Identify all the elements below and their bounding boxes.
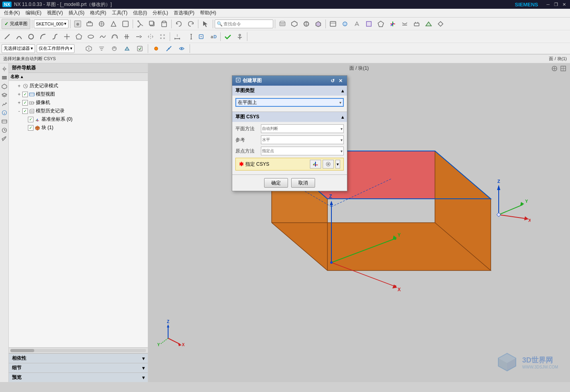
- tb-more-1[interactable]: [327, 19, 339, 29]
- viewport-icon-1[interactable]: [551, 65, 558, 72]
- panel-preview-header[interactable]: 预览 ▾: [9, 372, 148, 382]
- dialog-cancel-button[interactable]: 取消: [291, 178, 315, 188]
- tb-polygon[interactable]: [73, 31, 84, 42]
- tree-check-2[interactable]: ✓: [22, 92, 28, 97]
- filter-btn-4[interactable]: [121, 43, 133, 54]
- tree-check-6[interactable]: ✓: [28, 125, 33, 131]
- menu-view[interactable]: 视图(V): [45, 9, 65, 17]
- sidebar-icon-view[interactable]: [0, 118, 8, 125]
- sidebar-icon-layers[interactable]: [0, 91, 8, 99]
- tb-more-2[interactable]: i: [339, 19, 351, 29]
- tb-finish-toolbar[interactable]: [222, 31, 233, 42]
- viewport[interactable]: 面 / 块(1): [148, 63, 570, 382]
- panel-deps-header[interactable]: 相依性 ▾: [9, 353, 148, 363]
- tb-more-4[interactable]: [363, 19, 374, 29]
- tb-undo[interactable]: [173, 19, 184, 29]
- origin-select[interactable]: 指定点 ▾: [261, 147, 344, 155]
- dialog-confirm-button[interactable]: 确定: [264, 178, 288, 188]
- filter-btn-3[interactable]: [109, 43, 120, 54]
- tb-line[interactable]: [2, 31, 13, 42]
- close-button[interactable]: ✕: [560, 1, 568, 8]
- tb-point[interactable]: [61, 31, 72, 42]
- menu-edit[interactable]: 编辑(E): [23, 9, 44, 17]
- restore-button[interactable]: ❐: [552, 1, 560, 8]
- tb-btn-3[interactable]: [96, 19, 107, 29]
- menu-format[interactable]: 格式(R): [88, 9, 109, 17]
- sidebar-icon-clock[interactable]: [0, 126, 8, 134]
- finish-sketch-button[interactable]: ✓ 完成草图: [2, 19, 30, 29]
- panel-detail-header[interactable]: 细节 ▾: [9, 363, 148, 372]
- tb-paste[interactable]: [159, 19, 170, 29]
- menu-preferences[interactable]: 首选项(P): [171, 9, 197, 17]
- tb-more-5[interactable]: [375, 19, 386, 29]
- tb-redo[interactable]: [185, 19, 196, 29]
- tree-item-block[interactable]: ✓ 块 (1): [10, 123, 147, 132]
- tree-item-history-mode[interactable]: + 历史记录模式: [10, 82, 147, 90]
- sketch-type-select[interactable]: 在平面上 ▾: [235, 98, 344, 107]
- reference-select[interactable]: 水平 ▾: [261, 135, 344, 144]
- tb-dim-horiz[interactable]: [172, 31, 183, 42]
- tb-more-3[interactable]: [351, 19, 362, 29]
- tb-select[interactable]: [200, 19, 211, 29]
- menu-tools[interactable]: 工具(T): [110, 9, 130, 17]
- tb-render[interactable]: [313, 19, 324, 29]
- tb-more-6[interactable]: [387, 19, 398, 29]
- tb-auto-dim[interactable]: aD: [208, 31, 219, 42]
- sketch-name-dropdown[interactable]: SKETCH_000 ▾: [34, 20, 69, 28]
- minimize-button[interactable]: ─: [545, 1, 552, 8]
- tb-constraint[interactable]: [196, 31, 207, 42]
- tb-more-10[interactable]: [435, 19, 446, 29]
- tb-offset[interactable]: [109, 31, 120, 42]
- sidebar-icon-nav[interactable]: [0, 74, 8, 82]
- tb-trim[interactable]: [121, 31, 132, 42]
- tb-dim-vert[interactable]: [184, 31, 195, 42]
- sidebar-icon-assembly[interactable]: [0, 82, 8, 90]
- csys-btn-2[interactable]: [323, 160, 334, 169]
- menu-analysis[interactable]: 分析(L): [150, 9, 170, 17]
- filter-btn-5[interactable]: [134, 43, 145, 54]
- tree-check-3[interactable]: ✓: [22, 100, 28, 106]
- tb-fillet[interactable]: [49, 31, 61, 42]
- menu-insert[interactable]: 插入(S): [66, 9, 87, 17]
- tb-mirror[interactable]: [145, 31, 156, 42]
- sidebar-icon-tools[interactable]: [0, 135, 8, 143]
- filter-btn-snap-3[interactable]: [176, 43, 187, 54]
- tb-pattern[interactable]: [157, 31, 168, 42]
- search-input[interactable]: [223, 22, 271, 26]
- tree-item-camera[interactable]: + ✓ 摄像机: [10, 98, 147, 107]
- tree-item-model-views[interactable]: + ✓ 模型视图: [10, 90, 147, 98]
- sidebar-icon-analysis[interactable]: [0, 100, 8, 108]
- tb-layers[interactable]: [277, 19, 288, 29]
- tb-orient[interactable]: [301, 19, 312, 29]
- tb-more-8[interactable]: [411, 19, 422, 29]
- tb-more-7[interactable]: [399, 19, 410, 29]
- tb-spline[interactable]: [97, 31, 108, 42]
- viewport-icon-2[interactable]: [560, 65, 567, 72]
- menu-task[interactable]: 任务(K): [2, 9, 22, 17]
- tb-btn-1[interactable]: ⊕: [72, 19, 83, 29]
- menu-help[interactable]: 帮助(H): [198, 9, 219, 17]
- filter-btn-snap-2[interactable]: [163, 43, 174, 54]
- tree-item-model-history[interactable]: - ✓ 模型历史记录: [10, 107, 147, 115]
- tb-circle[interactable]: [25, 31, 37, 42]
- scroll-thumb[interactable]: [10, 349, 34, 352]
- tree-item-base-csys[interactable]: ✓ 基准坐标系 (0): [10, 115, 147, 123]
- filter-btn-2[interactable]: [96, 43, 107, 54]
- search-box[interactable]: 🔍: [215, 20, 273, 28]
- dialog-reset-button[interactable]: ↺: [329, 78, 336, 84]
- csys-btn-1[interactable]: [310, 160, 321, 169]
- csys-btn-3[interactable]: ▾: [335, 160, 340, 169]
- selection-filter-dropdown[interactable]: 无选择过滤器 ▾: [2, 44, 35, 53]
- tb-3d-view[interactable]: [289, 19, 300, 29]
- tb-btn-4[interactable]: [108, 19, 119, 29]
- filter-btn-1[interactable]: [83, 43, 94, 54]
- tb-cut[interactable]: [135, 19, 146, 29]
- tree-expand-2[interactable]: +: [17, 92, 22, 97]
- tree-expand-3[interactable]: +: [17, 100, 22, 106]
- tb-arc[interactable]: [14, 31, 25, 42]
- sidebar-icon-info[interactable]: i: [0, 109, 8, 117]
- plane-method-select[interactable]: 自动判断 ▾: [261, 124, 344, 133]
- dialog-close-button[interactable]: ✕: [337, 78, 344, 84]
- tb-more-9[interactable]: [423, 19, 434, 29]
- tb-copy[interactable]: [147, 19, 158, 29]
